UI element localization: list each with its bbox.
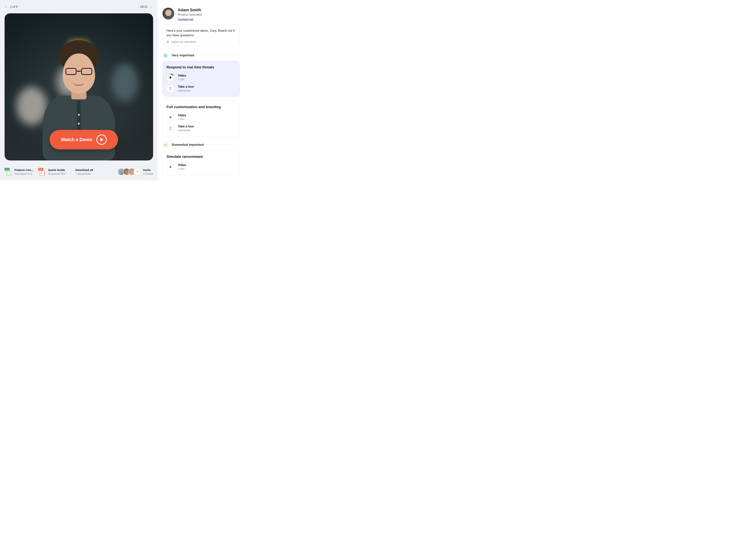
welcome-message: Here's your customized demo, Cary. Reach…: [166, 28, 236, 38]
svg-rect-7: [169, 87, 171, 90]
play-icon: [166, 113, 175, 121]
doc-pdf-download[interactable]: Download PDF: [48, 172, 66, 175]
star-icon: [162, 52, 168, 58]
watch-demo-button[interactable]: Watch a Demo: [50, 130, 118, 149]
watch-demo-label: Watch a Demo: [61, 137, 92, 142]
next-page-icon[interactable]: [151, 5, 153, 8]
sliders-icon: [166, 40, 169, 43]
custom-video-row[interactable]: Video 7 min: [166, 112, 236, 123]
doc-xls-download[interactable]: Download XLS: [14, 172, 34, 175]
contact-me-link[interactable]: Contact me: [178, 18, 193, 21]
pager-text: 1 of 6: [10, 5, 18, 8]
invited-avatars: +: [118, 168, 141, 175]
card-ransomware-title: Simulate ransomware: [166, 154, 236, 159]
card-threats[interactable]: Respond to real time threats Video 7 min…: [162, 61, 240, 97]
pdf-file-icon: PDF: [38, 168, 46, 176]
time-remaining: - 18:22: [138, 5, 148, 8]
play-circle-icon: [96, 135, 107, 145]
check-icon: [162, 142, 168, 148]
mouse-icon: [166, 85, 175, 93]
card-ransomware[interactable]: Simulate ransomware Video 2 min: [162, 150, 240, 175]
specialist-role: Product Specialist: [178, 13, 202, 17]
download-all[interactable]: Download all 7 documents: [75, 168, 93, 175]
doc-pdf[interactable]: PDF Quick Guide Download PDF: [38, 168, 66, 176]
add-invite-icon[interactable]: +: [134, 168, 141, 175]
prev-page-icon[interactable]: [5, 5, 7, 8]
specialist-name: Adam Smith: [178, 8, 202, 12]
svg-point-4: [168, 42, 169, 42]
svg-marker-6: [164, 54, 167, 57]
svg-rect-9: [169, 127, 171, 130]
download-all-title: Download all: [75, 168, 93, 172]
download-all-sub: 7 documents: [75, 172, 93, 175]
threats-video-row[interactable]: Video 7 min: [166, 72, 236, 83]
mouse-icon: [166, 124, 175, 133]
threats-tour-row[interactable]: Take a tour Interactive: [166, 83, 236, 94]
section-somewhat-important: Somewhat important: [171, 143, 204, 147]
card-customization[interactable]: Full customization and branding Video 7 …: [162, 101, 240, 137]
card-customization-title: Full customization and branding: [166, 105, 236, 109]
card-threats-title: Respond to real time threats: [166, 65, 236, 69]
play-progress-icon: [166, 74, 175, 82]
welcome-bubble: Here's your customized demo, Cary. Reach…: [162, 25, 240, 46]
svg-point-5: [167, 42, 168, 43]
svg-point-3: [167, 41, 168, 41]
xls-file-icon: XLS: [5, 168, 12, 176]
section-very-important: Very important: [171, 54, 194, 57]
doc-xls-title: Feature Con...: [14, 168, 34, 172]
demo-video-thumbnail[interactable]: Watch a Demo: [5, 13, 153, 160]
ransomware-video-row[interactable]: Video 2 min: [166, 162, 236, 173]
play-icon: [166, 163, 175, 171]
specialist-avatar: [162, 8, 174, 20]
invite-title[interactable]: Invite: [143, 168, 153, 172]
adjust-selections[interactable]: Adjust my selections: [166, 40, 236, 43]
invite-sub: 3 invited: [143, 172, 153, 175]
custom-tour-row[interactable]: Take a tour Interactive: [166, 123, 236, 134]
doc-pdf-title: Quick Guide: [48, 168, 66, 172]
doc-xls[interactable]: XLS Feature Con... Download XLS: [5, 168, 34, 176]
